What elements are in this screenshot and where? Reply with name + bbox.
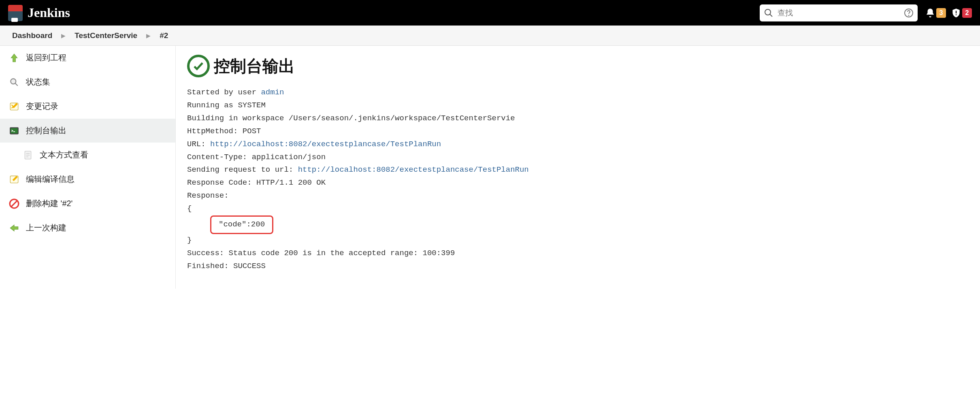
sidebar-item-label: 控制台输出 — [26, 125, 66, 136]
svg-point-3 — [909, 15, 909, 15]
sidebar: 返回到工程 状态集 变更记录 控制台输出 文本方式查看 — [0, 46, 176, 289]
breadcrumb-build[interactable]: #2 — [160, 31, 168, 40]
prohibited-icon — [9, 198, 19, 209]
sidebar-item-label: 编辑编译信息 — [26, 174, 75, 185]
alerts-cluster[interactable]: 2 — [951, 8, 972, 18]
console-text: Running as SYSTEM — [187, 101, 266, 110]
response-highlight: "code":200 — [210, 215, 273, 234]
status-success-icon — [187, 55, 210, 77]
terminal-icon — [9, 126, 19, 136]
sidebar-item-changes[interactable]: 变更记录 — [0, 94, 175, 119]
console-text: "code":200 — [219, 220, 265, 229]
notifications-cluster[interactable]: 3 — [925, 8, 946, 18]
chevron-right-icon: ▶ — [146, 32, 151, 39]
arrow-up-icon — [9, 53, 19, 63]
svg-line-1 — [770, 14, 772, 17]
console-text: Started by user — [187, 88, 261, 97]
notepad-icon — [9, 101, 19, 112]
console-text: Sending request to url: — [187, 165, 298, 174]
console-text: Finished: SUCCESS — [187, 262, 266, 271]
sidebar-item-delete-build[interactable]: 删除构建 '#2' — [0, 192, 175, 216]
svg-rect-10 — [11, 128, 17, 133]
top-header: Jenkins 3 2 — [0, 0, 980, 26]
console-user-link[interactable]: admin — [261, 88, 284, 97]
sidebar-item-label: 文本方式查看 — [40, 149, 88, 160]
console-text: Content-Type: application/json — [187, 153, 326, 162]
sidebar-item-status[interactable]: 状态集 — [0, 70, 175, 94]
console-text: HttpMethod: POST — [187, 127, 261, 136]
bell-icon — [925, 8, 935, 18]
breadcrumb-dashboard[interactable]: Dashboard — [12, 31, 52, 40]
console-text: Response Code: HTTP/1.1 200 OK — [187, 178, 326, 187]
brand-title: Jenkins — [28, 5, 70, 20]
body-layout: 返回到工程 状态集 变更记录 控制台输出 文本方式查看 — [0, 46, 980, 289]
search-icon — [764, 8, 773, 18]
console-url-link[interactable]: http://localhost:8082/exectestplancase/T… — [298, 165, 529, 174]
page-title-row: 控制台输出 — [187, 55, 969, 77]
svg-rect-5 — [956, 14, 957, 15]
console-output: Started by user admin Running as SYSTEM … — [187, 86, 969, 273]
svg-point-0 — [765, 9, 771, 15]
jenkins-logo-icon — [8, 5, 23, 21]
alerts-badge: 2 — [962, 8, 972, 18]
chevron-right-icon: ▶ — [61, 32, 66, 39]
console-text: { — [187, 204, 192, 213]
sidebar-item-back[interactable]: 返回到工程 — [0, 46, 175, 70]
sidebar-item-label: 变更记录 — [26, 101, 58, 112]
breadcrumb: Dashboard ▶ TestCenterServie ▶ #2 — [0, 26, 980, 46]
page-title: 控制台输出 — [214, 55, 295, 77]
shield-alert-icon — [951, 8, 961, 18]
notifications-badge: 3 — [936, 8, 946, 18]
search-input[interactable] — [760, 4, 918, 21]
sidebar-item-console[interactable]: 控制台输出 — [0, 119, 175, 143]
main-content: 控制台输出 Started by user admin Running as S… — [176, 46, 980, 289]
console-text: } — [187, 236, 192, 245]
sidebar-item-label: 状态集 — [26, 77, 50, 87]
sidebar-item-label: 删除构建 '#2' — [26, 198, 72, 209]
svg-line-7 — [15, 83, 17, 86]
console-text: URL: — [187, 140, 210, 149]
notepad-icon — [9, 174, 19, 185]
console-text: Response: — [187, 191, 233, 200]
svg-rect-4 — [956, 11, 957, 13]
console-text: Success: Status code 200 is in the accep… — [187, 249, 455, 258]
help-icon[interactable] — [904, 8, 914, 18]
arrow-left-icon — [9, 223, 19, 233]
sidebar-item-label: 上一次构建 — [26, 222, 66, 233]
sidebar-item-plaintext[interactable]: 文本方式查看 — [0, 143, 175, 167]
search-box — [760, 4, 918, 21]
sidebar-item-label: 返回到工程 — [26, 52, 66, 63]
sidebar-item-edit-build[interactable]: 编辑编译信息 — [0, 167, 175, 192]
magnifier-icon — [9, 77, 19, 87]
console-text: Building in workspace /Users/season/.jen… — [187, 114, 515, 123]
breadcrumb-project[interactable]: TestCenterServie — [75, 31, 137, 40]
document-icon — [23, 150, 33, 160]
brand-area[interactable]: Jenkins — [8, 5, 70, 21]
header-icons: 3 2 — [925, 8, 972, 18]
sidebar-item-previous-build[interactable]: 上一次构建 — [0, 216, 175, 240]
console-url-link[interactable]: http://localhost:8082/exectestplancase/T… — [210, 140, 441, 149]
